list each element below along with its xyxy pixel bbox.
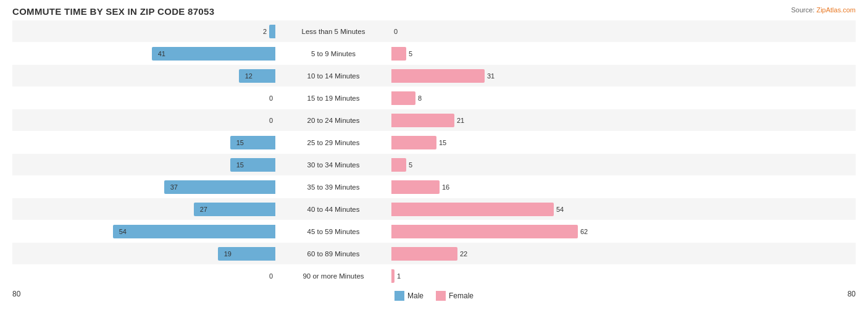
row-label: 15 to 19 Minutes <box>278 94 389 102</box>
male-value: 37 <box>170 183 178 191</box>
female-bar <box>391 69 485 83</box>
male-value: 2 <box>263 28 267 35</box>
female-value: 5 <box>409 50 412 57</box>
table-row: 1210 to 14 Minutes31 <box>12 65 856 86</box>
row-label: Less than 5 Minutes <box>278 28 389 35</box>
table-row: 1525 to 29 Minutes15 <box>12 132 856 153</box>
right-section: 22 <box>389 243 654 264</box>
bottom-row: 80 Male Female 80 <box>12 287 856 301</box>
female-bar <box>391 203 554 216</box>
left-section: 15 <box>12 154 278 175</box>
male-bar <box>152 47 275 61</box>
female-bar <box>391 47 406 61</box>
male-value: 19 <box>224 250 232 258</box>
bars-area: 2Less than 5 Minutes0415 to 9 Minutes512… <box>12 20 856 287</box>
female-value: 21 <box>457 117 464 124</box>
row-label: 90 or more Minutes <box>278 272 389 280</box>
female-bar <box>391 91 415 105</box>
table-row: 015 to 19 Minutes8 <box>12 87 856 109</box>
female-bar <box>391 114 454 127</box>
right-section: 15 <box>389 132 654 153</box>
right-section: 5 <box>389 154 654 175</box>
table-row: 1960 to 89 Minutes22 <box>12 243 856 264</box>
right-section: 1 <box>389 265 654 287</box>
male-value: 41 <box>158 50 165 57</box>
female-value: 1 <box>397 272 401 280</box>
right-section: 5 <box>389 43 654 64</box>
male-value-zero: 0 <box>269 94 273 102</box>
male-bar <box>269 25 275 38</box>
chart-container: COMMUTE TIME BY SEX IN ZIP CODE 87053 So… <box>0 0 868 323</box>
male-value: 15 <box>236 139 244 146</box>
row-label: 25 to 29 Minutes <box>278 139 389 146</box>
table-row: 020 to 24 Minutes21 <box>12 109 856 131</box>
male-value: 15 <box>236 161 244 169</box>
female-bar <box>391 247 457 261</box>
table-row: 1530 to 34 Minutes5 <box>12 154 856 175</box>
right-section: 0 <box>389 20 654 42</box>
left-section: 0 <box>12 87 278 109</box>
male-value: 27 <box>200 206 207 213</box>
row-label: 35 to 39 Minutes <box>278 183 389 191</box>
right-section: 16 <box>389 176 654 198</box>
row-label: 40 to 44 Minutes <box>278 206 389 213</box>
table-row: 5445 to 59 Minutes62 <box>12 220 856 242</box>
male-value-zero: 0 <box>269 272 273 280</box>
male-value: 54 <box>119 228 127 235</box>
row-label: 30 to 34 Minutes <box>278 161 389 169</box>
row-label: 10 to 14 Minutes <box>278 72 389 80</box>
axis-label-left: 80 <box>12 290 37 298</box>
female-value: 62 <box>580 228 588 235</box>
left-section: 27 <box>12 198 278 220</box>
axis-label-right: 80 <box>831 290 856 298</box>
legend-male-box <box>394 291 404 301</box>
female-value: 15 <box>439 139 446 146</box>
row-label: 60 to 89 Minutes <box>278 250 389 258</box>
table-row: 2Less than 5 Minutes0 <box>12 20 856 42</box>
female-bar <box>391 136 436 149</box>
row-label: 45 to 59 Minutes <box>278 228 389 235</box>
female-bar <box>391 225 578 238</box>
left-section: 19 <box>12 243 278 264</box>
right-section: 21 <box>389 109 654 131</box>
source-link[interactable]: ZipAtlas.com <box>816 6 856 14</box>
male-value-zero: 0 <box>269 117 273 124</box>
row-label: 20 to 24 Minutes <box>278 117 389 124</box>
chart-title: COMMUTE TIME BY SEX IN ZIP CODE 87053 <box>12 6 856 17</box>
female-value: 22 <box>460 250 467 258</box>
left-section: 2 <box>12 20 278 42</box>
source-text: Source: ZipAtlas.com <box>791 6 856 14</box>
left-section: 37 <box>12 176 278 198</box>
legend-female-label: Female <box>449 292 474 300</box>
female-bar <box>391 180 440 194</box>
left-section: 54 <box>12 220 278 242</box>
right-section: 8 <box>389 87 654 109</box>
legend-female: Female <box>436 291 474 301</box>
male-bar <box>113 225 275 238</box>
left-section: 0 <box>12 109 278 131</box>
male-bar <box>164 180 275 194</box>
legend-male: Male <box>394 291 424 301</box>
left-section: 15 <box>12 132 278 153</box>
female-value: 5 <box>409 161 412 169</box>
left-section: 0 <box>12 265 278 287</box>
female-value-zero: 0 <box>394 28 398 35</box>
female-value: 31 <box>487 72 495 80</box>
right-section: 54 <box>389 198 654 220</box>
left-section: 12 <box>12 65 278 86</box>
table-row: 2740 to 44 Minutes54 <box>12 198 856 220</box>
left-section: 41 <box>12 43 278 64</box>
female-bar <box>391 269 394 283</box>
female-value: 16 <box>442 183 449 191</box>
table-row: 415 to 9 Minutes5 <box>12 43 856 64</box>
female-value: 8 <box>418 94 422 102</box>
female-bar <box>391 158 406 172</box>
legend-female-box <box>436 291 446 301</box>
male-value: 12 <box>245 72 252 80</box>
legend-male-label: Male <box>407 292 424 300</box>
legend: Male Female <box>394 291 474 301</box>
row-label: 5 to 9 Minutes <box>278 50 389 57</box>
right-section: 62 <box>389 220 654 242</box>
female-value: 54 <box>556 206 564 213</box>
table-row: 3735 to 39 Minutes16 <box>12 176 856 198</box>
